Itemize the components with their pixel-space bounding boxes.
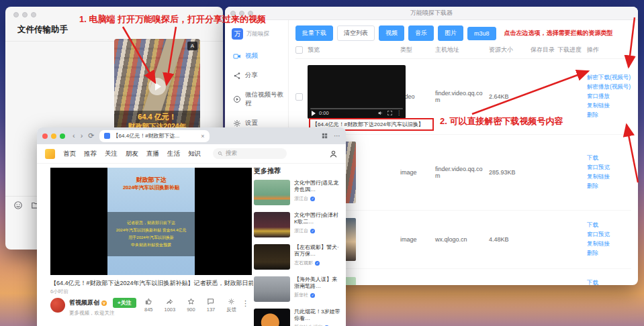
batch-download-button[interactable]: 批量下载 [295,25,333,41]
row-checkbox[interactable] [295,93,303,101]
player-time: 0:00 [319,110,329,116]
cell-size: 285.93KB [489,169,531,176]
star-icon [187,298,195,305]
like-button[interactable]: 845 [144,298,153,313]
recommend-item[interactable]: 【左右观影】警犬·百万保… 左右观影✓ [254,244,341,270]
nav-knowledge[interactable]: 知识 [188,150,201,158]
verified-badge: ✓ [315,261,320,266]
cell-size: 4.48KB [489,236,531,243]
feedback-button[interactable]: 反馈 [226,298,236,313]
annotation-step1: 1. 电脑端 打开万能嗅探后，打开分享过来的视频 [79,13,266,25]
filter-m3u8-button[interactable]: m3u8 [467,27,496,40]
col-preview: 预览 [308,46,400,54]
zoom-button[interactable] [60,133,65,139]
share-button[interactable]: 1003 [165,298,176,313]
player-menu-icon[interactable]: ⋮ [396,110,402,116]
video-preview-player[interactable]: 0:00 ⋮ [308,65,406,119]
sidebar-item-tutorial[interactable]: 微信视频号教程 [225,85,288,113]
browser-window: ‹ › ⟳ 【64.4亿元！#财政部下达... × ⋯ 首页 推荐 关注 朋友 … [37,127,346,326]
action-delete[interactable]: 删除 [587,182,631,191]
minimize-button[interactable] [51,133,56,139]
col-size: 资源大小 [489,46,531,54]
fullscreen-icon[interactable] [387,110,393,116]
filter-audio-button[interactable]: 音乐 [408,25,434,41]
minimize-button[interactable] [22,12,28,17]
forward-button[interactable]: › [81,131,83,140]
action-copy-link[interactable]: 复制链接 [587,173,631,181]
close-button[interactable] [42,133,48,139]
nav-life[interactable]: 生活 [167,150,180,158]
recommend-item[interactable]: 【海外美人谋】来浙南笔路… 新华社✓ [254,276,341,302]
col-type: 类型 [400,46,435,54]
action-copy-link[interactable]: 复制链接 [587,102,631,110]
sidebar-item-video[interactable]: 视频 [225,46,288,66]
play-icon[interactable] [312,111,316,116]
app-name: 万能嗅探 [246,30,269,38]
main-video-player[interactable]: 财政部下达 2024年汽车以旧换新补贴 记者获悉，财政部日前下达 2024年汽车… [50,168,252,275]
nav-home[interactable]: 首页 [63,150,76,158]
extensions-icon[interactable] [321,132,328,140]
author-name[interactable]: 哲视频原创 [69,298,99,307]
nav-following[interactable]: 关注 [105,150,118,158]
recommend-item[interactable]: 只此烟花！3岁娃带你看… 新华社生活家✓ [254,309,341,326]
play-icon[interactable] [148,78,166,95]
clear-list-button[interactable]: 清空列表 [337,25,375,41]
action-download[interactable]: 下载 [587,279,631,285]
recommend-item[interactable]: 文化中国行|会泽村K歌二… 浙江台✓ [254,212,341,237]
nav-recommend[interactable]: 推荐 [84,150,97,158]
gear-icon [233,119,241,127]
action-copy-link[interactable]: 复制链接 [587,240,631,248]
user-icon[interactable] [329,150,338,158]
filter-hint-text: 点击左边选项，选择需要拦截的资源类型 [504,29,613,38]
action-window-preview[interactable]: 窗口预览 [587,231,631,239]
col-actions: 操作 [587,46,631,54]
video-icon [233,52,241,60]
gear-icon [228,298,235,305]
action-window-preview[interactable]: 窗口预览 [587,164,631,172]
search-input[interactable]: 搜索 [213,148,287,159]
comment-button[interactable]: 137 [207,298,216,313]
select-all-checkbox[interactable] [295,46,303,54]
follow-button[interactable]: +关注 [113,298,136,308]
action-download[interactable]: 下载 [587,154,631,162]
action-delete[interactable]: 删除 [587,111,631,119]
action-download[interactable]: 下载 [587,221,631,229]
emoji-icon[interactable] [13,201,23,210]
browser-menu-icon[interactable]: ⋯ [334,132,340,140]
action-decrypt-download[interactable]: 解密下载(视频号) [587,74,631,82]
filter-video-button[interactable]: 视频 [379,25,404,41]
tab-close-icon[interactable]: × [201,133,204,140]
reload-button[interactable]: ⟳ [88,131,94,140]
cell-size: 2.64KB [489,93,531,100]
action-window-play[interactable]: 窗口播放 [587,93,631,101]
sidebar-item-label: 微信视频号教程 [245,91,288,108]
more-options-icon[interactable]: ⋮ [242,299,249,308]
shared-video-message[interactable]: A 64.4 亿元！ 财政部下达2024年 [114,39,200,134]
close-button[interactable] [13,12,19,17]
filter-image-button[interactable]: 图片 [438,25,463,41]
recommend-item[interactable]: 文化中国行|遇见龙舟也因… 浙江台✓ [254,180,341,205]
col-dir: 保存目录 [531,46,557,54]
action-decrypt-play[interactable]: 解密播放(视频号) [587,83,631,91]
recommend-thumbnail [254,276,290,302]
share-icon [233,72,241,80]
favorite-button[interactable]: 900 [187,298,195,313]
site-logo[interactable] [45,149,55,159]
search-placeholder: 搜索 [226,150,237,158]
verified-badge: ✓ [310,293,315,298]
table-row: image wx.qlogo.cn 4.48KB 下载 窗口预览 复制链接 删除 [295,211,631,269]
author-subtitle: 更多视频，欢迎关注 [69,310,136,317]
browser-tab[interactable]: 【64.4亿元！#财政部下达... × [99,130,210,142]
action-delete[interactable]: 删除 [587,250,631,258]
author-avatar[interactable] [50,298,65,313]
sidebar-item-share[interactable]: 分享 [225,66,288,85]
nav-live[interactable]: 直播 [146,150,159,158]
watermark: A [187,42,197,50]
verified-badge: ✓ [310,197,315,201]
zoom-button[interactable] [31,12,36,17]
search-icon [218,151,223,156]
recommend-thumbnail [254,180,290,205]
volume-icon[interactable] [377,110,383,116]
back-button[interactable]: ‹ [73,131,75,140]
nav-friends[interactable]: 朋友 [126,150,138,158]
